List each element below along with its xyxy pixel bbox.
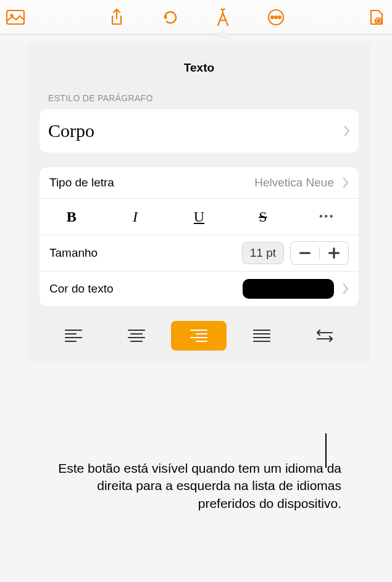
font-type-label: Tipo de letra: [49, 176, 114, 189]
format-buttons-row: B I U S •••: [40, 199, 359, 235]
popover-title: Texto: [40, 61, 359, 75]
align-right-button[interactable]: [171, 321, 227, 351]
strikethrough-button[interactable]: S: [244, 205, 281, 228]
underline-button[interactable]: U: [180, 205, 217, 228]
format-popover: Texto ESTILO DE PARÁGRAFO Corpo Tipo de …: [28, 41, 370, 363]
text-color-label: Cor do texto: [49, 282, 114, 296]
align-justify-button[interactable]: [234, 321, 290, 351]
chevron-right-icon: [343, 177, 349, 188]
callout-text: Este botão está visível quando tem um id…: [51, 460, 341, 512]
share-icon[interactable]: [106, 7, 127, 28]
insert-icon[interactable]: [5, 7, 26, 28]
callout: Este botão está visível quando tem um id…: [0, 460, 392, 512]
more-format-button[interactable]: •••: [308, 205, 345, 228]
paragraph-style-header: ESTILO DE PARÁGRAFO: [40, 93, 359, 103]
size-stepper: [290, 241, 349, 265]
text-color-swatch[interactable]: [243, 279, 334, 299]
italic-button[interactable]: I: [117, 205, 154, 228]
more-icon[interactable]: [265, 7, 286, 28]
bold-button[interactable]: B: [53, 205, 90, 228]
align-left-button[interactable]: [46, 321, 101, 351]
chevron-right-icon: [344, 125, 350, 136]
size-decrease-button[interactable]: [291, 242, 319, 264]
size-row: Tamanho 11 pt: [40, 235, 359, 272]
paragraph-style-value: Corpo: [48, 120, 94, 141]
align-center-button[interactable]: [109, 321, 164, 351]
svg-rect-8: [299, 252, 311, 254]
chevron-right-icon: [343, 283, 349, 294]
font-type-value: Helvetica Neue: [254, 176, 334, 189]
text-color-row[interactable]: Cor do texto: [40, 272, 359, 306]
size-value[interactable]: 11 pt: [242, 242, 284, 264]
text-direction-button[interactable]: [297, 321, 352, 351]
size-increase-button[interactable]: [320, 242, 348, 264]
alignment-row: [40, 321, 359, 351]
svg-point-5: [278, 16, 281, 19]
svg-point-7: [377, 20, 380, 22]
size-label: Tamanho: [49, 246, 98, 260]
font-card: Tipo de letra Helvetica Neue B I U S •••…: [40, 167, 359, 306]
format-icon[interactable]: [212, 7, 233, 28]
font-type-row[interactable]: Tipo de letra Helvetica Neue: [40, 167, 359, 199]
top-toolbar: [0, 0, 392, 35]
svg-point-4: [275, 16, 277, 19]
document-icon[interactable]: [366, 7, 387, 28]
svg-rect-10: [328, 252, 340, 254]
svg-point-3: [271, 16, 273, 19]
undo-icon[interactable]: [159, 7, 180, 28]
paragraph-style-row[interactable]: Corpo: [40, 109, 359, 152]
